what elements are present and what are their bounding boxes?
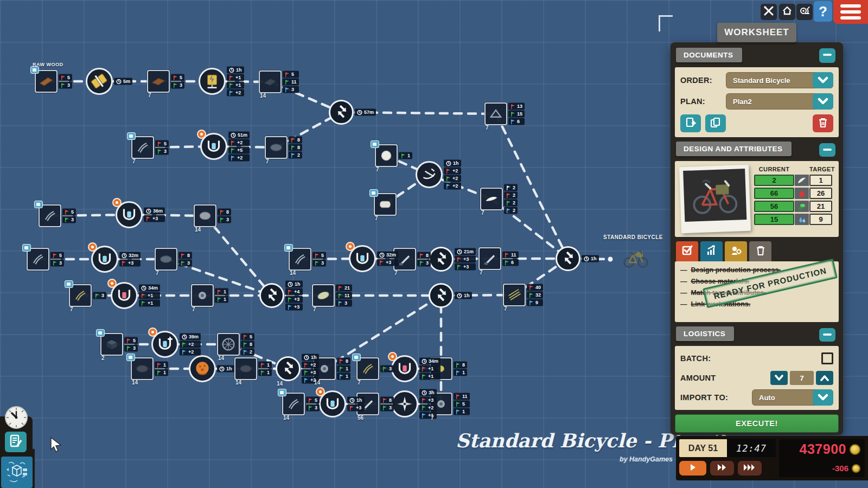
node-badges: 1h+3 — [347, 397, 365, 412]
design-minimize-button[interactable] — [819, 143, 835, 157]
new-plan-button[interactable] — [680, 114, 701, 132]
help-button[interactable]: ? — [814, 1, 832, 22]
menu-button[interactable] — [833, 0, 868, 24]
tab-statistics[interactable] — [700, 241, 723, 261]
copy-plan-button[interactable] — [705, 114, 726, 132]
node-badges: 5113 — [283, 71, 299, 93]
assembly-node-a3[interactable] — [429, 283, 454, 308]
attribute-badge: 8 — [241, 341, 254, 348]
attribute-badge: 3 — [178, 260, 192, 267]
tab-checklist[interactable] — [676, 241, 698, 261]
attribute-badge: 11 — [502, 252, 519, 259]
duration-badge: 1h — [285, 281, 303, 288]
home-refresh-icon — [782, 5, 793, 18]
node-badges: 3 — [380, 365, 394, 373]
node-badges: 57m — [355, 109, 376, 116]
order-dropdown-chevron-icon[interactable] — [813, 72, 833, 88]
plan-dropdown[interactable]: Plan2 — [726, 93, 833, 110]
status-bar: DAY 51 12:47 437900 -306 — [676, 436, 868, 480]
workstation-alert-icon — [346, 242, 355, 251]
assembly-node-a2[interactable] — [259, 283, 284, 308]
import-tag-icon — [371, 140, 379, 148]
material-node-n15[interactable] — [191, 284, 214, 307]
process-node-p1[interactable] — [86, 68, 113, 95]
leaf-icon — [315, 287, 331, 304]
material-node-n20[interactable] — [478, 247, 501, 270]
assembly-node-af[interactable] — [556, 246, 580, 271]
material-node-n24[interactable] — [234, 357, 257, 380]
import-to-dropdown[interactable]: Auto — [752, 389, 833, 406]
node-count-label: 7 — [192, 306, 195, 312]
reset-home-button[interactable] — [779, 4, 795, 20]
material-node-n2[interactable] — [147, 70, 170, 93]
material-node-n6[interactable] — [484, 102, 507, 125]
attribute-badge: +1 — [419, 373, 441, 380]
process-node-p2[interactable] — [199, 68, 226, 95]
attribute-badge: 3 — [283, 86, 299, 93]
order-dropdown[interactable]: Standard Bicycle — [726, 72, 833, 88]
current-value: 15 — [754, 214, 794, 225]
material-node-n16[interactable] — [312, 284, 335, 307]
node-title-label: STANDARD BICYCLE — [603, 234, 663, 240]
fast-forward-button[interactable] — [710, 461, 734, 476]
play-button[interactable] — [679, 461, 706, 476]
amount-stepper: 7 — [770, 371, 833, 385]
tab-workers[interactable] — [725, 241, 747, 261]
assembly-node-a1[interactable] — [329, 100, 354, 125]
material-node-n13[interactable] — [155, 248, 177, 271]
node-count-label: 14 — [277, 381, 283, 387]
material-node-n22[interactable] — [217, 333, 240, 356]
amount-increase-button[interactable] — [816, 371, 833, 385]
plan-dropdown-chevron-icon[interactable] — [813, 93, 833, 110]
node-badges: 36m+3 — [144, 208, 165, 222]
checklist-minimize-button[interactable] — [819, 48, 835, 62]
fabric2-icon — [238, 361, 254, 377]
node-count-label: 7 — [266, 158, 269, 164]
speed-snail-button[interactable] — [796, 4, 813, 20]
part-icon — [194, 287, 210, 304]
node-badges: 11 — [155, 362, 168, 376]
process-node-p13[interactable] — [391, 390, 418, 418]
material-node-n5[interactable] — [265, 136, 288, 159]
coin-icon — [850, 444, 860, 455]
attribute-badge: 5 — [62, 209, 76, 216]
workstation-alert-icon — [388, 352, 397, 361]
pressBlue-icon — [119, 205, 139, 224]
pressBlue-icon — [353, 249, 372, 268]
node-badges: 1h+4+3+3 — [285, 281, 303, 311]
batch-checkbox[interactable] — [821, 352, 833, 364]
tab-discard[interactable] — [749, 241, 771, 261]
attribute-badge: +3 — [144, 215, 165, 222]
app-root: 53RAW WOOD5m5371h+1+1+251131457m53751m+2… — [0, 0, 868, 488]
worksheet-panel: DOCUMENTS ORDER: Standard Bicycle PLAN: … — [671, 42, 843, 435]
import-dropdown-chevron-icon[interactable] — [813, 389, 833, 406]
attribute-badge: 1 — [399, 152, 412, 159]
pressBlue-icon — [323, 394, 342, 414]
attribute-badge: 8 — [380, 397, 394, 404]
node-badges: 83 — [218, 209, 231, 223]
amount-decrease-button[interactable] — [770, 371, 788, 385]
delete-plan-button[interactable] — [813, 114, 833, 132]
worksheet-toggle-button[interactable] — [5, 432, 27, 452]
blob-icon — [197, 208, 213, 224]
material-node-n17[interactable] — [503, 284, 526, 306]
logistics-minimize-button[interactable] — [819, 328, 835, 342]
process-node-p10[interactable] — [189, 355, 216, 382]
process-node-p4[interactable] — [416, 161, 443, 188]
tools-button[interactable] — [761, 4, 777, 20]
material-node-n9[interactable] — [480, 188, 503, 210]
material-node-n11[interactable] — [194, 204, 216, 227]
execute-button[interactable]: EXECUTE! — [675, 414, 839, 433]
material-node-n3[interactable] — [259, 70, 282, 93]
output-node-out[interactable] — [622, 248, 650, 270]
node-count-label: 7 — [486, 125, 489, 131]
assembly-node-a5[interactable] — [276, 356, 301, 381]
fastest-forward-button[interactable] — [738, 461, 762, 476]
exploded-view-widget[interactable] — [1, 457, 33, 488]
attribute-badge: 8 — [289, 137, 302, 144]
assembly-node-a4[interactable] — [429, 247, 454, 272]
duration-badge: 32m — [119, 252, 141, 259]
attribute-badge: 15 — [508, 111, 525, 118]
trash-tab-icon — [756, 245, 765, 258]
cube-diagram-icon — [4, 459, 29, 486]
